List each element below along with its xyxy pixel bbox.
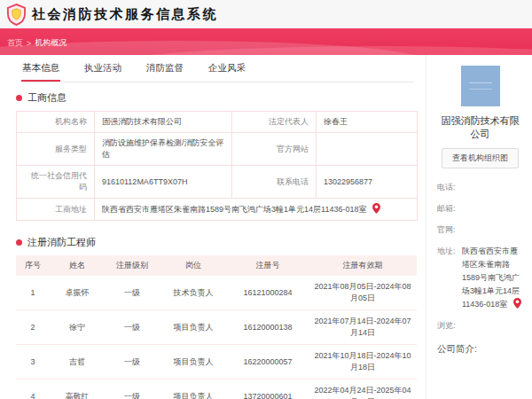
- table-row: 4 高敬红 一级 项目负责人 13720000601 2022年04月24日-2…: [16, 379, 417, 399]
- table-row: 服务类型 消防设施维护保养检测/消防安全评估 官方网站: [17, 133, 418, 166]
- cell: 16120000138: [227, 310, 309, 345]
- field-value: 固强消防技术有限公司: [95, 112, 232, 133]
- breadcrumb-separator: >: [27, 39, 31, 48]
- banner: 首页 > 机构概况: [0, 28, 532, 55]
- cell: 16220000057: [227, 345, 309, 379]
- breadcrumb-current: 机构概况: [35, 37, 66, 49]
- cell: 2022年04月24日-2025年04月24日: [309, 379, 417, 399]
- section-bullet-icon: [16, 239, 22, 246]
- field-label: 工商地址: [17, 199, 95, 221]
- app-header: 社会消防技术服务信息系统: [0, 0, 532, 28]
- field-label: 统一社会信用代码: [17, 166, 95, 199]
- phone-field: 电话:: [437, 181, 523, 194]
- cell: 一级: [105, 379, 160, 399]
- company-logo-image: [461, 66, 500, 106]
- field-value: 陕西省西安市雁塔区朱雀南路1589号南飞鸿广场3幢1单元14层11436-018…: [462, 245, 523, 311]
- field-label: 服务类型: [17, 133, 95, 166]
- table-row: 1 卓振怀 一级 技术负责人 16121000284 2021年08月05日-2…: [16, 276, 417, 310]
- cell: 4: [16, 379, 50, 399]
- cell: 一级: [105, 310, 160, 345]
- section-bullet-icon: [16, 95, 22, 101]
- cell: 2021年08月05日-2024年08月05日: [309, 276, 417, 310]
- field-value: 消防设施维护保养检测/消防安全评估: [95, 133, 232, 166]
- breadcrumb: 首页 > 机构概况: [7, 37, 66, 49]
- tab-basic-info[interactable]: 基本信息: [21, 59, 60, 82]
- company-sidebar: 固强消防技术有限公司 查看机构组织图 电话: 邮箱: 官网: 地址: 陕西省西安…: [426, 55, 532, 399]
- address-field: 地址: 陕西省西安市雁塔区朱雀南路1589号南飞鸿广场3幢1单元14层11436…: [437, 245, 523, 311]
- column-header: 注册号: [227, 255, 309, 276]
- column-header: 姓名: [50, 255, 105, 276]
- cell: 技术负责人: [160, 276, 227, 310]
- table-header-row: 序号 姓名 注册级别 岗位 注册号 注册有效期: [16, 255, 417, 276]
- cell: 卓振怀: [50, 276, 105, 310]
- cell: 2: [16, 310, 50, 345]
- section-fire-engineers: 注册消防工程师: [16, 236, 426, 249]
- logo-watermark: [469, 82, 492, 90]
- location-pin-icon[interactable]: [372, 203, 380, 214]
- cell: 13720000601: [227, 379, 309, 399]
- cell: 吉哲: [50, 345, 105, 379]
- tab-practice-activity[interactable]: 执业活动: [83, 59, 122, 82]
- website-field: 官网:: [437, 223, 523, 237]
- field-label: 浏览:: [437, 319, 462, 332]
- breadcrumb-home-link[interactable]: 首页: [7, 37, 23, 49]
- field-value: [317, 133, 418, 166]
- cell: 2021年10月18日-2024年10月18日: [309, 345, 417, 379]
- app-title: 社会消防技术服务信息系统: [32, 6, 218, 23]
- business-address-cell: 陕西省西安市雁塔区朱雀南路1589号南飞鸿广场3幢1单元14层11436-018…: [95, 199, 418, 221]
- field-label: 邮箱:: [437, 202, 462, 215]
- field-label: 机构名称: [17, 112, 95, 133]
- cell: 项目负责人: [160, 345, 227, 379]
- column-header: 注册有效期: [309, 255, 417, 276]
- field-value: 91610112MA6TT9X07H: [95, 166, 232, 199]
- field-label: 联系电话: [232, 166, 317, 199]
- section-business-info: 工商信息: [16, 91, 426, 105]
- table-row: 3 吉哲 一级 项目负责人 16220000057 2021年10月18日-20…: [16, 345, 417, 379]
- field-label: 官网:: [437, 223, 462, 237]
- main-panel: 基本信息 执业活动 消防监督 企业风采 工商信息 机构名称 固强消防技术有限公司…: [0, 55, 426, 399]
- section-title: 工商信息: [27, 91, 66, 105]
- company-name: 固强消防技术有限公司: [437, 114, 523, 141]
- engineers-table: 序号 姓名 注册级别 岗位 注册号 注册有效期 1 卓振怀 一级 技术负责人 1…: [16, 255, 417, 399]
- column-header: 注册级别: [105, 255, 160, 276]
- cell: 高敬红: [50, 379, 105, 399]
- field-value: 13022956877: [317, 166, 418, 199]
- cell: 16121000284: [227, 276, 309, 310]
- cell: 3: [16, 345, 50, 379]
- table-row: 2 徐宁 一级 项目负责人 16120000138 2021年07月14日-20…: [16, 310, 417, 345]
- tab-company-showcase[interactable]: 企业风采: [207, 59, 246, 82]
- tab-bar: 基本信息 执业活动 消防监督 企业风采: [21, 55, 413, 82]
- field-label: 法定代表人: [232, 112, 317, 133]
- cell: 2021年07月14日-2024年07月14日: [309, 310, 417, 345]
- column-header: 岗位: [160, 255, 227, 276]
- cell: 项目负责人: [160, 379, 227, 399]
- table-row: 机构名称 固强消防技术有限公司 法定代表人 徐春王: [17, 112, 418, 133]
- cell: 一级: [105, 276, 160, 310]
- views-field: 浏览:: [437, 319, 523, 332]
- content: 基本信息 执业活动 消防监督 企业风采 工商信息 机构名称 固强消防技术有限公司…: [0, 55, 532, 399]
- section-title: 注册消防工程师: [27, 236, 96, 249]
- field-label: 官方网站: [232, 133, 317, 166]
- shield-logo-icon: [6, 4, 27, 26]
- column-header: 序号: [16, 255, 50, 276]
- sidebar-address-value: 陕西省西安市雁塔区朱雀南路1589号南飞鸿广场3幢1单元14层11436-018…: [462, 246, 520, 309]
- business-address-value: 陕西省西安市雁塔区朱雀南路1589号南飞鸿广场3幢1单元14层11436-018…: [102, 205, 366, 214]
- tab-fire-supervision[interactable]: 消防监督: [145, 59, 184, 82]
- cell: 项目负责人: [160, 310, 227, 345]
- table-row: 统一社会信用代码 91610112MA6TT9X07H 联系电话 1302295…: [17, 166, 418, 199]
- table-row: 工商地址 陕西省西安市雁塔区朱雀南路1589号南飞鸿广场3幢1单元14层1143…: [17, 199, 418, 221]
- email-field: 邮箱:: [437, 202, 523, 215]
- cell: 徐宁: [50, 310, 105, 345]
- field-label: 电话:: [437, 181, 462, 194]
- view-org-chart-button[interactable]: 查看机构组织图: [442, 148, 519, 168]
- cell: 一级: [105, 345, 160, 379]
- field-value: 徐春王: [317, 112, 418, 133]
- cell: 1: [16, 276, 50, 310]
- company-profile-label: 公司简介:: [437, 343, 523, 356]
- location-pin-icon[interactable]: [513, 298, 521, 309]
- business-info-table: 机构名称 固强消防技术有限公司 法定代表人 徐春王 服务类型 消防设施维护保养检…: [16, 111, 418, 221]
- field-label: 地址:: [437, 245, 462, 311]
